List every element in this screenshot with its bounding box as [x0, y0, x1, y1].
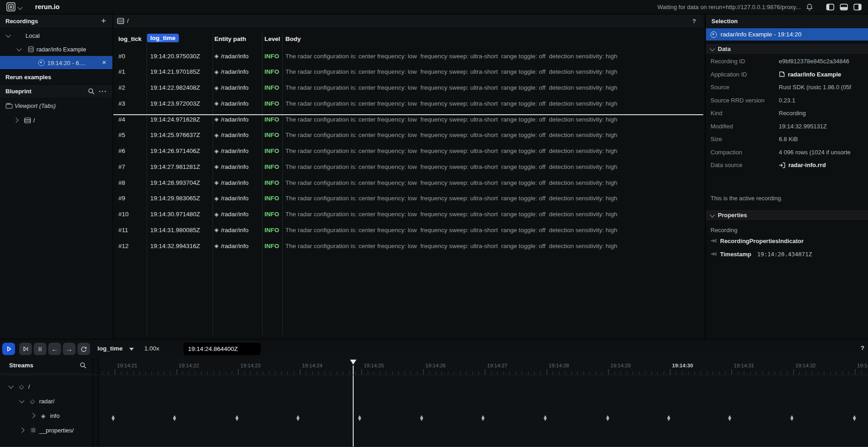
field-value[interactable]: 6.8 KiB	[779, 136, 868, 142]
table-row[interactable]: #6 19:14:26.971406Z ◈/radar/info INFO Th…	[113, 143, 703, 159]
close-recording-icon[interactable]: ×	[102, 58, 106, 66]
chevron-down-icon[interactable]	[8, 383, 13, 388]
toggle-bottom-panel-icon[interactable]	[840, 4, 848, 10]
table-row[interactable]: #1 19:14:21.970185Z ◈/radar/info INFO Th…	[113, 64, 703, 80]
cell-entity-path[interactable]: ◈/radar/info	[214, 179, 249, 186]
cell-entity-path[interactable]: ◈/radar/info	[214, 84, 249, 91]
cell-entity-path[interactable]: ◈/radar/info	[214, 211, 249, 218]
cell-log-time: 19:14:22.982408Z	[150, 84, 200, 91]
recordings-item-local[interactable]: Local	[0, 29, 112, 42]
table-row[interactable]: #0 19:14:20.975030Z ◈/radar/info INFO Th…	[113, 48, 703, 64]
notifications-bell-icon[interactable]	[806, 3, 813, 11]
cell-body: The radar configuration is: center frequ…	[285, 179, 700, 186]
field-value[interactable]: 19:14:32.995131Z	[779, 123, 868, 130]
chevron-down-icon[interactable]	[16, 46, 21, 51]
log-event-marker[interactable]	[667, 415, 670, 421]
cell-entity-path[interactable]: ◈/radar/info	[214, 116, 249, 123]
field-value[interactable]: 0.23.1	[779, 97, 868, 104]
log-event-marker[interactable]	[358, 415, 361, 421]
step-forward-button[interactable]	[19, 343, 32, 355]
cell-entity-path[interactable]: ◈/radar/info	[214, 147, 249, 154]
log-event-marker[interactable]	[543, 415, 547, 421]
property-row[interactable]: RecordingPropertiesIndicator	[711, 235, 868, 247]
timeline-selector[interactable]: log_time	[97, 345, 123, 352]
rerun-examples-section[interactable]: Rerun examples	[0, 70, 112, 84]
cell-entity-path[interactable]: ◈/radar/info	[214, 68, 249, 75]
cell-entity-path[interactable]: ◈/radar/info	[214, 243, 249, 249]
chevron-down-icon[interactable]	[129, 348, 134, 353]
cell-entity-path[interactable]: ◈/radar/info	[214, 227, 249, 234]
cell-entity-path[interactable]: ◈/radar/info	[214, 195, 249, 202]
toggle-left-panel-icon[interactable]	[826, 4, 834, 10]
step-forward-time-button[interactable]: →	[63, 343, 76, 355]
property-row[interactable]: Timestamp19:14:20.434071Z	[711, 248, 868, 260]
chevron-right-icon[interactable]	[13, 117, 18, 122]
field-value[interactable]: e9bf812378e845c2a34846	[779, 58, 868, 65]
playback-speed[interactable]: 1.00x	[144, 345, 159, 352]
recordings-item-radarinfoexample[interactable]: radar/info Example	[0, 42, 112, 56]
field-value[interactable]: 4 096 rows (1024 if unsorte	[779, 149, 868, 156]
table-row[interactable]: #9 19:14:29.983065Z ◈/radar/info INFO Th…	[113, 191, 703, 206]
cell-level: INFO	[264, 84, 279, 91]
log-event-marker[interactable]	[790, 415, 793, 421]
entity-icon: ◈	[214, 100, 218, 107]
cell-entity-path[interactable]: ◈/radar/info	[214, 163, 249, 170]
time-cursor-line[interactable]	[113, 114, 703, 115]
stream-item-[interactable]: ◇ /	[0, 379, 92, 394]
field-value[interactable]: Recording	[779, 110, 868, 117]
data-field-row: Source RRD version 0.23.1	[706, 94, 868, 107]
recordings-item-1914206[interactable]: 19:14:20 - 6.... ×	[0, 56, 112, 70]
data-section-header[interactable]: Data	[706, 43, 868, 55]
cell-entity-path[interactable]: ◈/radar/info	[214, 53, 249, 60]
log-event-marker[interactable]	[420, 415, 423, 421]
log-event-marker[interactable]	[173, 415, 176, 421]
cell-entity-path[interactable]: ◈/radar/info	[214, 132, 249, 138]
step-back-time-button[interactable]: ←	[48, 343, 61, 355]
log-event-marker[interactable]	[235, 415, 239, 421]
cell-entity-path[interactable]: ◈/radar/info	[214, 100, 249, 107]
table-row[interactable]: #8 19:14:28.993704Z ◈/radar/info INFO Th…	[113, 175, 703, 190]
blueprint-root-item[interactable]: /	[0, 113, 112, 127]
log-event-marker[interactable]	[853, 415, 856, 421]
streams-search-icon[interactable]	[80, 362, 86, 369]
toggle-right-panel-icon[interactable]	[853, 4, 862, 10]
pause-button[interactable]	[34, 343, 46, 355]
log-event-marker[interactable]	[112, 415, 115, 421]
timeline-track-area[interactable]: 19:14:2119:14:2219:14:2319:14:2419:14:25…	[0, 358, 868, 447]
table-row[interactable]: #3 19:14:23.972003Z ◈/radar/info INFO Th…	[113, 96, 703, 111]
selection-title: Selection	[711, 18, 738, 25]
field-value[interactable]: radar/info Example	[779, 71, 868, 78]
viewport-root-item[interactable]: Viewport (Tabs)	[0, 99, 112, 112]
field-value[interactable]: Rust SDK (rustc 1.86.0 (05f	[779, 84, 868, 91]
logo-menu-chevron-icon[interactable]	[17, 5, 22, 10]
stream-item-properties[interactable]: __properties/	[0, 423, 92, 437]
loop-button[interactable]	[77, 343, 90, 355]
chevron-down-icon[interactable]	[5, 32, 10, 37]
table-row[interactable]: #2 19:14:22.982408Z ◈/radar/info INFO Th…	[113, 80, 703, 96]
add-recording-button[interactable]: +	[101, 16, 106, 26]
table-row[interactable]: #7 19:14:27.981281Z ◈/radar/info INFO Th…	[113, 159, 703, 174]
blueprint-more-menu-icon[interactable]: ···	[99, 87, 107, 95]
log-event-marker[interactable]	[606, 415, 609, 421]
help-icon[interactable]: ?	[861, 345, 864, 351]
chevron-right-icon[interactable]	[30, 413, 35, 418]
rerun-logo-icon[interactable]	[6, 2, 16, 12]
cell-body: The radar configuration is: center frequ…	[285, 195, 700, 202]
field-value[interactable]: radar-info.rrd	[779, 162, 868, 168]
current-time-input[interactable]	[183, 343, 261, 355]
log-event-marker[interactable]	[482, 415, 485, 421]
table-row[interactable]: #10 19:14:30.971480Z ◈/radar/info INFO T…	[113, 207, 703, 222]
log-event-marker[interactable]	[728, 415, 731, 421]
streams-header: Streams	[0, 358, 92, 373]
chevron-down-icon[interactable]	[19, 398, 24, 403]
stream-item-info[interactable]: ◈ info	[0, 408, 92, 423]
table-row[interactable]: #11 19:14:31.980085Z ◈/radar/info INFO T…	[113, 222, 703, 238]
log-event-marker[interactable]	[296, 415, 299, 421]
table-row[interactable]: #5 19:14:25.976637Z ◈/radar/info INFO Th…	[113, 127, 703, 143]
blueprint-search-icon[interactable]	[88, 88, 95, 95]
play-button[interactable]	[2, 343, 15, 355]
table-row[interactable]: #12 19:14:32.994316Z ◈/radar/info INFO T…	[113, 238, 703, 254]
stream-item-radar[interactable]: ◇ radar/	[0, 394, 92, 408]
selected-recording-banner[interactable]: radar/info Example - 19:14:20	[706, 28, 868, 41]
chevron-right-icon[interactable]	[19, 427, 24, 432]
